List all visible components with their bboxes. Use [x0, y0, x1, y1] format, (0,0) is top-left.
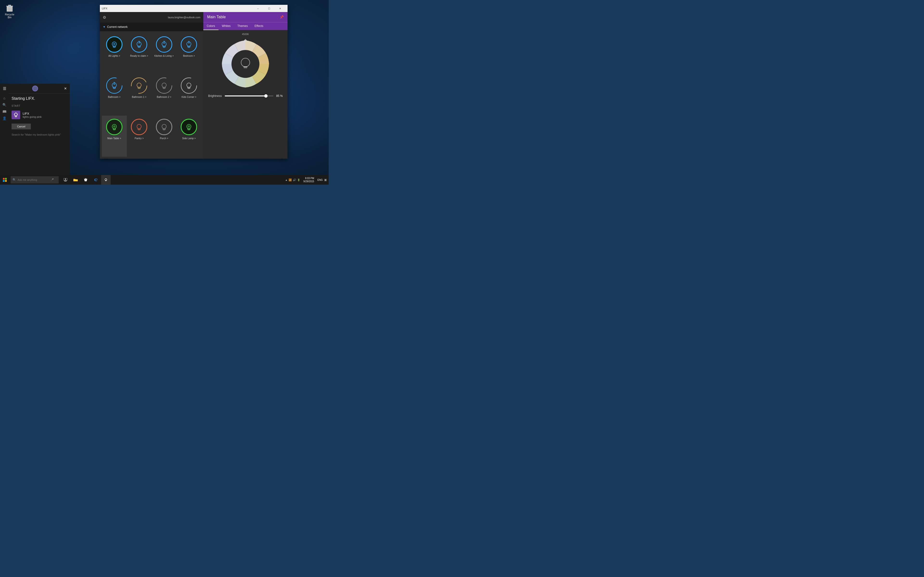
lifx-main-panel: ⚙ laura.brighter@outlook.com ▼ Current n…: [100, 12, 204, 159]
svg-rect-87: [63, 178, 65, 180]
system-clock[interactable]: 8:03 PM 9/29/2015: [302, 176, 316, 184]
tab-effects[interactable]: Effects: [251, 23, 267, 30]
light-cell-side-lamp[interactable]: Side Lamp >: [177, 116, 202, 157]
light-cell-all-lights[interactable]: All Lights >: [102, 33, 127, 74]
notification-icon[interactable]: ▣: [324, 178, 327, 182]
feedback-icon[interactable]: 👤: [2, 116, 6, 120]
light-cell-porch[interactable]: Porch >: [152, 116, 177, 157]
svg-point-36: [112, 83, 116, 87]
settings-icon[interactable]: ⚙: [103, 15, 106, 20]
cortana-app-sub: lights going pink: [23, 115, 42, 118]
light-cell-bedroom[interactable]: 1 Bedroom >: [177, 33, 202, 74]
svg-point-41: [137, 83, 141, 87]
lifx-toolbar: ⚙ laura.brighter@outlook.com: [100, 12, 204, 23]
light-label-bathroom-1: Bathroom 1 >: [132, 96, 146, 98]
light-cell-pantry[interactable]: Pantry >: [127, 116, 152, 157]
svg-rect-85: [3, 180, 5, 182]
color-wheel-area: 4500K: [204, 30, 288, 159]
light-label-pantry: Pantry >: [134, 137, 144, 140]
light-label-bathroom-2: Bathroom 2 >: [157, 96, 171, 98]
search-icon[interactable]: 🔍: [2, 103, 6, 107]
clock-time: 8:03 PM: [304, 177, 314, 180]
cortana-start-label: START: [11, 105, 67, 107]
cortana-content: Starting LIFX. START LIFX lights going p…: [9, 93, 70, 175]
recycle-bin-icon: [5, 3, 15, 13]
network-label: Current network: [107, 25, 128, 29]
clock-date: 9/29/2015: [304, 180, 314, 183]
color-wheel[interactable]: [219, 37, 272, 90]
recycle-bin[interactable]: Recycle Bin: [2, 2, 17, 20]
search-input[interactable]: [18, 178, 49, 181]
tab-whites[interactable]: Whites: [218, 23, 234, 30]
cortana-search-hint: Search for "Make my bedroom lights pink": [11, 133, 67, 136]
svg-point-92: [105, 179, 107, 181]
light-cell-kitchen-living[interactable]: 2 Kitchen & Living >: [152, 33, 177, 74]
taskbar-right: ▲ 📶 🔊 🔋 8:03 PM 9/29/2015 ENG ▣: [285, 176, 329, 184]
file-explorer-button[interactable]: [71, 175, 80, 185]
cortana-panel: ☰ ✕ ⌂ 🔍 📖 👤 Starting LIFX. START LIFX: [0, 84, 70, 175]
svg-point-60: [113, 125, 115, 128]
light-cell-main-table[interactable]: Main Table >: [102, 116, 127, 157]
svg-point-24: [162, 42, 166, 46]
tab-colors[interactable]: Colors: [204, 23, 218, 30]
battery-icon[interactable]: 🔋: [297, 179, 300, 181]
svg-point-51: [187, 83, 191, 87]
light-cell-kids-corner[interactable]: Kids Corner >: [177, 74, 202, 115]
light-label-porch: Porch >: [160, 137, 168, 140]
light-label-all-lights: All Lights >: [108, 55, 120, 57]
tab-themes[interactable]: Themes: [234, 23, 251, 30]
network-arrow-icon: ▼: [103, 25, 106, 29]
minimize-button[interactable]: –: [252, 5, 263, 12]
lifx-taskbar-button[interactable]: [101, 175, 111, 185]
cancel-button[interactable]: Cancel: [11, 124, 31, 129]
start-button[interactable]: [0, 175, 10, 185]
svg-rect-88: [66, 178, 67, 180]
svg-point-46: [162, 83, 166, 87]
edge-button[interactable]: [91, 175, 100, 185]
lifx-window: LIFX – ☐ ✕ ⚙ laura.brighter@outlook.com …: [100, 5, 288, 159]
window-controls: – ☐ ✕: [252, 5, 286, 12]
svg-point-15: [113, 43, 115, 45]
cortana-header: ☰ ✕: [0, 84, 70, 93]
pin-icon[interactable]: 📌: [279, 15, 284, 19]
svg-rect-86: [5, 180, 7, 182]
svg-rect-79: [244, 66, 247, 68]
svg-rect-90: [73, 179, 78, 181]
chevron-up-icon[interactable]: ▲: [285, 179, 288, 181]
cortana-app-name: LIFX: [23, 112, 42, 115]
light-cell-bathroom[interactable]: 2 Bathroom >: [102, 74, 127, 115]
svg-point-76: [188, 125, 190, 128]
light-cell-bathroom-2[interactable]: Bathroom 2 >: [152, 74, 177, 115]
svg-rect-84: [5, 178, 7, 180]
light-cell-bathroom-1[interactable]: Bathroom 1 >: [127, 74, 152, 115]
right-panel-header: Main Table 📌: [204, 12, 288, 22]
brightness-label: Brightness: [208, 94, 222, 98]
mic-icon[interactable]: 🎤: [50, 178, 54, 182]
hamburger-icon[interactable]: ☰: [3, 86, 6, 91]
cortana-circle: [32, 85, 38, 91]
notebook-icon[interactable]: 📖: [2, 110, 6, 113]
svg-point-18: [137, 42, 141, 46]
svg-point-6: [15, 113, 17, 116]
store-button[interactable]: [81, 175, 90, 185]
cortana-close-button[interactable]: ✕: [64, 87, 67, 90]
svg-rect-89: [64, 181, 67, 181]
cortana-app-item[interactable]: LIFX lights going pink: [11, 109, 67, 121]
svg-point-67: [162, 124, 166, 129]
lights-grid: All Lights > 3 Ready to claim > 2: [100, 31, 204, 159]
light-label-kids-corner: Kids Corner >: [182, 96, 196, 98]
maximize-button[interactable]: ☐: [263, 5, 275, 12]
network-icon[interactable]: 📶: [289, 178, 292, 182]
volume-icon[interactable]: 🔊: [293, 178, 296, 182]
search-icon: 🔍: [13, 178, 16, 182]
search-box[interactable]: 🔍 🎤: [11, 176, 59, 184]
network-bar: ▼ Current network: [100, 23, 204, 31]
home-icon[interactable]: ⌂: [3, 96, 5, 100]
language-indicator[interactable]: ENG: [317, 179, 323, 181]
system-tray: ▲ 📶 🔊 🔋: [285, 178, 300, 182]
light-label-ready-to-claim: Ready to claim >: [130, 55, 148, 57]
close-button[interactable]: ✕: [275, 5, 286, 12]
brightness-slider[interactable]: [225, 95, 273, 97]
light-cell-ready-to-claim[interactable]: 3 Ready to claim >: [127, 33, 152, 74]
task-view-button[interactable]: [61, 175, 70, 185]
